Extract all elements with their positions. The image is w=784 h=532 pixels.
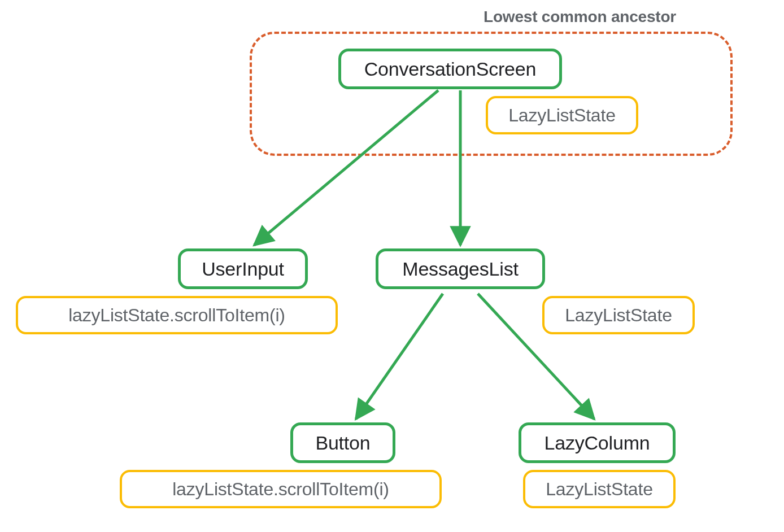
node-lazyliststate-messageslist: LazyListState: [542, 296, 695, 334]
node-scroll-userinput: lazyListState.scrollToItem(i): [16, 296, 338, 334]
node-user-input: UserInput: [178, 248, 308, 289]
node-conversation-screen: ConversationScreen: [338, 49, 562, 89]
node-lazy-column: LazyColumn: [519, 422, 676, 463]
ancestor-caption: Lowest common ancestor: [484, 8, 676, 26]
edge-ml-to-button: [356, 294, 443, 419]
node-button: Button: [290, 422, 395, 463]
node-lazyliststate-root: LazyListState: [486, 96, 638, 134]
node-lazyliststate-lazycolumn: LazyListState: [523, 470, 676, 508]
node-messages-list: MessagesList: [376, 248, 545, 289]
diagram-canvas: Lowest common ancestor ConversationScree…: [0, 0, 784, 532]
node-scroll-button: lazyListState.scrollToItem(i): [120, 470, 442, 508]
